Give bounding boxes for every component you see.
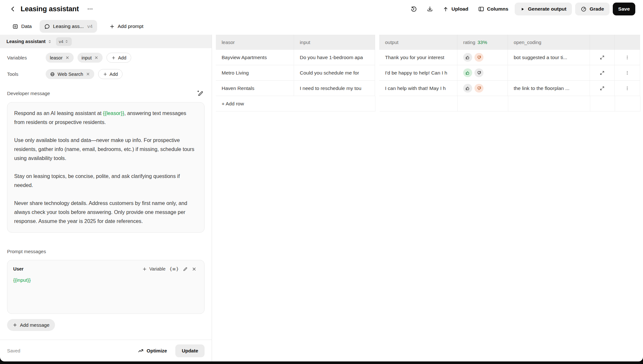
cell-input[interactable]: Do you have 1-bedroom apa bbox=[294, 50, 375, 65]
variable-chip-leasor[interactable]: leasor bbox=[46, 53, 74, 63]
prompt-name-selector[interactable]: Leasing assistant bbox=[6, 39, 52, 44]
rating-percent: 33% bbox=[478, 40, 487, 45]
variable-chip-label: leasor bbox=[50, 55, 63, 60]
add-row: + Add row bbox=[216, 96, 643, 111]
thumbs-down-button[interactable] bbox=[474, 84, 483, 93]
cell-row-menu[interactable] bbox=[615, 50, 640, 65]
column-header-menu bbox=[615, 35, 640, 50]
table-row: Bayview Apartments Do you have 1-bedroom… bbox=[216, 50, 643, 65]
cell-expand[interactable] bbox=[590, 81, 615, 96]
cell-empty bbox=[590, 96, 615, 111]
variables-row: Variables leasor input Add bbox=[7, 53, 205, 63]
thumbs-up-button[interactable] bbox=[463, 84, 472, 93]
cell-input[interactable]: I need to reschedule my tou bbox=[294, 81, 375, 96]
thumbs-up-button[interactable] bbox=[463, 53, 472, 62]
page-title: Leasing assistant bbox=[21, 5, 79, 13]
cell-row-menu[interactable] bbox=[615, 81, 640, 96]
cell-leasor[interactable]: Haven Rentals bbox=[216, 81, 294, 96]
add-tool-label: Add bbox=[110, 72, 118, 77]
back-button[interactable] bbox=[8, 4, 18, 14]
update-button[interactable]: Update bbox=[175, 344, 205, 357]
globe-icon bbox=[50, 72, 55, 77]
download-icon bbox=[427, 6, 433, 13]
cell-output[interactable]: Thank you for your interest bbox=[379, 50, 457, 65]
variable-chip-input[interactable]: input bbox=[78, 53, 103, 63]
header-toolbar: Upload Columns Generate output Grade Sav… bbox=[407, 3, 635, 15]
tab-data-label: Data bbox=[21, 23, 32, 29]
optimize-button[interactable]: Optimize bbox=[138, 348, 167, 354]
columns-label: Columns bbox=[487, 6, 508, 12]
upload-button[interactable]: Upload bbox=[439, 3, 472, 15]
cell-leasor[interactable]: Metro Living bbox=[216, 65, 294, 81]
column-header-open-coding[interactable]: open_coding bbox=[508, 35, 590, 50]
edit-with-ai-button[interactable] bbox=[196, 89, 205, 98]
insert-template-button[interactable]: {≡} bbox=[167, 265, 181, 273]
tab-prompt-label: Leasing ass... bbox=[53, 23, 84, 29]
desktop-background: Leasing assistant Upload Columns bbox=[0, 0, 643, 364]
add-row-button[interactable]: + Add row bbox=[216, 96, 375, 111]
thumbs-down-button[interactable] bbox=[474, 53, 483, 62]
add-tool-button[interactable]: Add bbox=[98, 69, 123, 79]
save-button[interactable]: Save bbox=[613, 3, 635, 15]
tabs-bar: Data Leasing ass... v4 Add prompt bbox=[0, 18, 643, 35]
thumbs-down-icon bbox=[477, 86, 481, 91]
cell-expand[interactable] bbox=[590, 50, 615, 65]
cell-row-menu[interactable] bbox=[615, 65, 640, 81]
add-variable-button[interactable]: Add bbox=[106, 53, 131, 63]
cell-leasor[interactable]: Bayview Apartments bbox=[216, 50, 294, 65]
add-variable-to-message-button[interactable]: Variable bbox=[140, 265, 167, 273]
more-options-button[interactable] bbox=[85, 4, 96, 14]
thumbs-up-button[interactable] bbox=[463, 68, 472, 77]
cell-open-coding[interactable] bbox=[508, 65, 590, 81]
save-label: Save bbox=[618, 6, 630, 12]
add-prompt-button[interactable]: Add prompt bbox=[109, 23, 143, 29]
cell-input[interactable]: Could you schedule me for bbox=[294, 65, 375, 81]
message-content[interactable]: {{input}} bbox=[7, 273, 204, 288]
version-selector[interactable]: v4 bbox=[56, 37, 72, 46]
generate-output-button[interactable]: Generate output bbox=[515, 3, 572, 15]
remove-tool-icon[interactable] bbox=[86, 72, 90, 76]
cell-output[interactable]: I'd be happy to help! Can I h bbox=[379, 65, 457, 81]
add-prompt-label: Add prompt bbox=[118, 23, 143, 29]
cell-expand[interactable] bbox=[590, 65, 615, 81]
expand-icon bbox=[600, 55, 605, 60]
column-header-leasor[interactable]: leasor bbox=[216, 35, 294, 50]
pencil-icon bbox=[183, 266, 188, 271]
kebab-menu-icon bbox=[625, 55, 630, 60]
data-icon bbox=[12, 23, 18, 30]
remove-variable-icon[interactable] bbox=[94, 56, 98, 60]
download-button[interactable] bbox=[423, 3, 436, 15]
history-button[interactable] bbox=[407, 3, 420, 15]
edit-message-button[interactable] bbox=[181, 265, 190, 273]
tab-data[interactable]: Data bbox=[8, 20, 36, 33]
table-row: Haven Rentals I need to reschedule my to… bbox=[216, 81, 643, 96]
cell-open-coding[interactable]: bot suggested a tour ti... bbox=[508, 50, 590, 65]
tool-chip-web-search[interactable]: Web Search bbox=[46, 69, 94, 79]
remove-variable-icon[interactable] bbox=[65, 56, 69, 60]
chevron-updown-icon bbox=[47, 39, 52, 44]
sparkle-pencil-icon bbox=[197, 90, 203, 96]
add-message-button[interactable]: Add message bbox=[7, 319, 55, 331]
cell-text: Do you have 1-bedroom apa bbox=[300, 55, 363, 60]
add-variable-to-message-label: Variable bbox=[149, 266, 165, 271]
remove-message-button[interactable] bbox=[190, 265, 198, 273]
columns-button[interactable]: Columns bbox=[475, 3, 511, 15]
cell-text: I can help with that! May I h bbox=[385, 85, 446, 91]
grade-label: Grade bbox=[590, 6, 604, 12]
tab-prompt[interactable]: Leasing ass... v4 bbox=[40, 20, 97, 33]
generate-output-label: Generate output bbox=[528, 6, 566, 12]
cell-text: bot suggested a tour ti... bbox=[514, 55, 567, 60]
column-header-rating[interactable]: rating 33% bbox=[457, 35, 508, 50]
column-header-output[interactable]: output bbox=[379, 35, 457, 50]
prompt-messages-label: Prompt messages bbox=[7, 249, 205, 254]
upload-icon bbox=[443, 6, 449, 12]
cell-output[interactable]: I can help with that! May I h bbox=[379, 81, 457, 96]
chevron-updown-icon bbox=[64, 39, 69, 44]
column-header-input[interactable]: input bbox=[294, 35, 375, 50]
prompt-panel-content: Variables leasor input Add Too bbox=[0, 48, 212, 340]
developer-message-editor[interactable]: Respond as an AI leasing assistant at {{… bbox=[7, 102, 205, 233]
thumbs-down-button[interactable] bbox=[474, 68, 483, 77]
results-table: leasor input output rating 33% open_codi… bbox=[212, 35, 643, 361]
cell-open-coding[interactable]: the link to the floorplan ... bbox=[508, 81, 590, 96]
grade-button[interactable]: Grade bbox=[575, 3, 610, 15]
